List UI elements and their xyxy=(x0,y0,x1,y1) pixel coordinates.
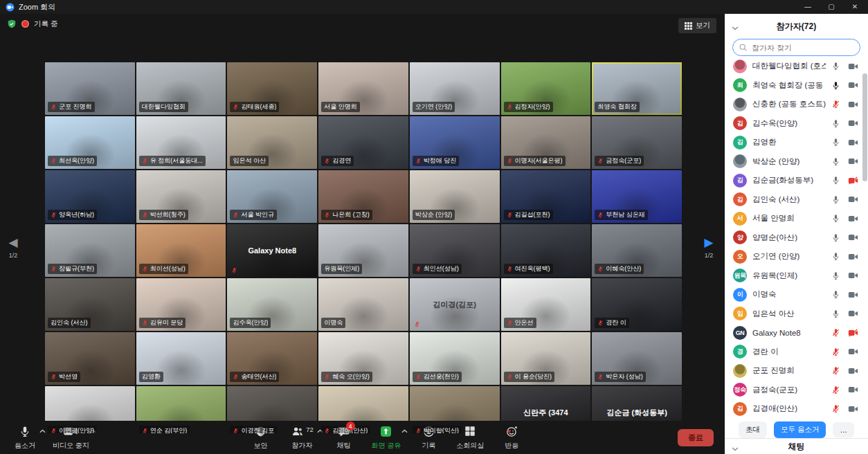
video-tile[interactable]: 이명숙 xyxy=(318,278,408,331)
minimize-button[interactable]: — xyxy=(796,0,820,14)
video-tile[interactable]: 유 정희(서울동대... xyxy=(136,116,226,169)
share-screen-button[interactable]: 화면 공유 xyxy=(366,421,407,454)
participant-row[interactable]: 서서울 안명희 xyxy=(725,209,862,228)
video-tile[interactable]: 김유미 분당 xyxy=(136,278,226,331)
video-tile[interactable]: 경란 이 xyxy=(592,278,682,331)
participant-row[interactable]: 김김경애(안산) xyxy=(725,399,862,419)
mic-muted-icon[interactable] xyxy=(831,385,840,394)
mic-icon[interactable] xyxy=(831,176,840,185)
video-tile[interactable]: 김정자(안양) xyxy=(501,62,591,115)
collapse-chevron-icon[interactable] xyxy=(732,23,739,33)
video-tile[interactable]: 이혜숙(안산) xyxy=(592,224,682,277)
video-tile[interactable]: 양옥년(하남) xyxy=(45,170,135,223)
camera-icon[interactable] xyxy=(848,347,858,356)
mute-button[interactable]: 음소거 xyxy=(6,421,44,454)
camera-icon[interactable] xyxy=(848,195,858,203)
mic-icon[interactable] xyxy=(831,119,840,128)
camera-off-icon[interactable] xyxy=(848,176,858,185)
participant-row[interactable]: 김김순금(화성동부) xyxy=(725,171,862,190)
video-tile[interactable]: 김미경(김포) xyxy=(410,278,500,331)
video-tile[interactable]: Galaxy Note8 xyxy=(227,224,317,277)
chevron-up-icon[interactable] xyxy=(39,427,46,435)
camera-icon[interactable] xyxy=(848,405,858,413)
video-tile[interactable]: 김경연 xyxy=(318,116,408,169)
camera-icon[interactable] xyxy=(848,271,858,280)
participant-row[interactable]: 군포 진명희 xyxy=(725,361,862,381)
video-tile[interactable]: 최이선(성남) xyxy=(136,224,226,277)
camera-icon[interactable] xyxy=(848,215,858,223)
participant-row[interactable]: 김김수옥(안양) xyxy=(725,114,862,134)
camera-icon[interactable] xyxy=(848,81,858,89)
mic-muted-icon[interactable] xyxy=(831,404,840,413)
video-tile[interactable]: 최선옥(안양) xyxy=(45,116,135,169)
camera-icon[interactable] xyxy=(848,367,858,375)
video-tile[interactable]: 신란주 (3474 xyxy=(501,386,591,433)
close-button[interactable]: ✕ xyxy=(843,0,867,14)
mic-icon[interactable] xyxy=(831,271,840,280)
video-tile[interactable]: 최인선(성남) xyxy=(410,224,500,277)
invite-button[interactable]: 초대 xyxy=(739,421,767,438)
panel-scrollbar[interactable] xyxy=(862,73,867,181)
mic-icon[interactable] xyxy=(831,214,840,223)
video-tile[interactable]: 군포 진명희 xyxy=(45,62,135,115)
mic-icon[interactable] xyxy=(831,195,840,204)
video-tile[interactable]: 김길섭(포천) xyxy=(501,170,591,223)
mic-muted-icon[interactable] xyxy=(831,100,840,109)
camera-icon[interactable] xyxy=(848,253,858,261)
participant-row[interactable]: 경경란 이 xyxy=(725,343,862,362)
camera-icon[interactable] xyxy=(848,385,858,394)
camera-icon[interactable] xyxy=(848,138,858,147)
video-tile[interactable]: 임은석 아산 xyxy=(227,116,317,169)
mic-icon[interactable] xyxy=(831,62,840,71)
mic-icon[interactable] xyxy=(831,157,840,166)
video-tile[interactable]: 이 용순(당진) xyxy=(501,332,591,385)
mute-all-button[interactable]: 모두 음소거 xyxy=(774,421,826,438)
mic-icon[interactable] xyxy=(831,252,840,261)
participant-row[interactable]: 오오기연 (안양) xyxy=(725,247,862,266)
video-tile[interactable]: 이명자(서울은평) xyxy=(501,116,591,169)
more-options-button[interactable]: … xyxy=(833,422,854,437)
camera-icon[interactable] xyxy=(848,119,858,127)
participant-search-input[interactable] xyxy=(732,39,860,56)
participant-row[interactable]: 양양명순(아산) xyxy=(725,228,862,248)
mic-icon[interactable] xyxy=(831,309,840,318)
video-tile[interactable]: 안온선 xyxy=(501,278,591,331)
camera-icon[interactable] xyxy=(848,157,858,165)
video-tile[interactable]: 박선희(청주) xyxy=(136,170,226,223)
participant-row[interactable]: 신충환 (공동 호스트) xyxy=(725,95,862,114)
participant-row[interactable]: 김김영환 xyxy=(725,133,862,152)
video-tile[interactable]: 최영숙 협회장 xyxy=(592,62,682,115)
camera-icon[interactable] xyxy=(848,309,858,318)
mic-icon[interactable] xyxy=(831,290,840,299)
collapse-chevron-icon[interactable] xyxy=(732,444,739,453)
video-tile[interactable]: 여진옥(평택) xyxy=(501,224,591,277)
video-tile[interactable]: 김태원(세종) xyxy=(227,62,317,115)
video-tile[interactable]: 서울 박인규 xyxy=(227,170,317,223)
video-tile[interactable]: 장필규(부천) xyxy=(45,224,135,277)
video-tile[interactable]: 김수옥(안양) xyxy=(227,278,317,331)
participant-row[interactable]: 이이명숙 xyxy=(725,285,862,305)
video-tile[interactable]: 나은희 (고창) xyxy=(318,170,408,223)
maximize-button[interactable]: ▢ xyxy=(820,0,843,14)
participant-row[interactable]: 박상순 (안양) xyxy=(725,152,862,172)
video-tile[interactable]: 오기연 (안양) xyxy=(410,62,500,115)
video-tile[interactable]: 박정애 당진 xyxy=(410,116,500,169)
mic-muted-icon[interactable] xyxy=(831,366,840,375)
video-tile[interactable]: 김영환 xyxy=(136,332,226,385)
video-tile[interactable]: 혜숙 오(안양) xyxy=(318,332,408,385)
mic-icon[interactable] xyxy=(831,81,840,90)
mic-icon[interactable] xyxy=(831,138,840,147)
video-tile[interactable]: 박상순 (안양) xyxy=(410,170,500,223)
participant-row[interactable]: 대한웰다잉협회 (호스트, 나) xyxy=(725,57,862,76)
chevron-up-icon[interactable] xyxy=(401,427,408,435)
participant-row[interactable]: 임임은석 아산 xyxy=(725,305,862,324)
camera-icon[interactable] xyxy=(848,62,858,71)
mic-icon[interactable] xyxy=(831,233,840,242)
participant-row[interactable]: 김김인숙 (서산) xyxy=(725,190,862,210)
mic-muted-icon[interactable] xyxy=(831,328,840,337)
video-tile[interactable]: 서울 안명희 xyxy=(318,62,408,115)
previous-page-button[interactable]: ◀ 1/2 xyxy=(1,237,25,259)
camera-icon[interactable] xyxy=(848,291,858,299)
mic-muted-icon[interactable] xyxy=(831,347,840,356)
video-tile[interactable]: 김선웅(천안) xyxy=(410,332,500,385)
